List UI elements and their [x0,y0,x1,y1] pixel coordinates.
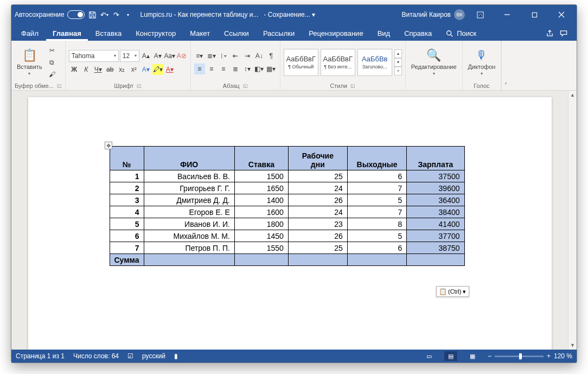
tab-file[interactable]: Файл [15,26,45,41]
cell-num[interactable]: 3 [110,194,144,206]
autosave-switch-icon[interactable] [67,10,85,19]
cell-name[interactable]: Григорьев Г. Г. [144,182,234,194]
editing-dropdown[interactable]: 🔍 Редактирование ▾ [409,47,459,77]
cell-name[interactable]: Дмитриев Д. Д. [144,194,234,206]
header-days[interactable]: Рабочиедни [288,147,347,170]
paste-options-smarttag[interactable]: 📋 (Ctrl) ▾ [436,286,469,297]
minimize-button[interactable] [495,5,519,24]
style-normal[interactable]: АаБбВвГ¶ Обычный [284,49,318,76]
outdent-icon[interactable]: ⇤ [230,50,241,61]
cell-rate[interactable]: 1550 [234,242,288,254]
clear-format-icon[interactable]: A⊘ [176,50,187,61]
cell-num[interactable]: 6 [110,230,144,242]
cell-rate[interactable]: 1400 [234,194,288,206]
cell-days[interactable]: 24 [288,206,347,218]
cell-name[interactable]: Егоров Е. Е [144,206,234,218]
paste-button[interactable]: 📋 Вставить ▾ [15,47,44,77]
autosave-toggle[interactable]: Автосохранение [15,10,85,19]
qat-customize-icon[interactable]: ▾ [124,10,132,19]
close-button[interactable] [549,5,573,24]
cell-salary[interactable]: 38400 [407,206,464,218]
header-dayoff[interactable]: Выходные [347,147,406,170]
share-icon[interactable] [546,29,554,37]
clipboard-launcher-icon[interactable]: ◱ [57,83,62,88]
font-name-combo[interactable]: Tahoma▾ [69,50,119,62]
cell-rate[interactable]: 1450 [234,230,288,242]
numbering-icon[interactable]: ≣▾ [206,50,217,61]
paragraph-launcher-icon[interactable]: ◱ [243,83,248,88]
page[interactable]: ✥ № ФИО Ставка Рабочиедни Выходные Зарпл… [28,97,552,350]
copy-icon[interactable]: ⧉ [47,57,57,68]
cell-days[interactable]: 24 [288,182,347,194]
style-heading1[interactable]: АаБбВвЗаголово... [357,49,392,76]
cell-num[interactable]: 2 [110,182,144,194]
undo-icon[interactable]: ↶▾ [100,10,108,19]
status-page[interactable]: Страница 1 из 1 [16,352,65,360]
align-center-icon[interactable]: ≡ [206,64,217,74]
subscript-button[interactable]: x₂ [117,64,127,75]
cell-rate[interactable]: 1650 [234,182,288,194]
cell-dayoff[interactable]: 7 [347,206,406,218]
view-web-layout-icon[interactable]: ▦ [466,351,479,361]
cell-num[interactable]: 4 [110,206,144,218]
search-tab[interactable]: Поиск [439,26,483,41]
save-icon[interactable] [88,10,97,19]
cell-dayoff[interactable]: 6 [347,242,406,254]
change-case-icon[interactable]: Aa▾ [164,50,175,61]
cell-rate[interactable]: 1500 [234,170,288,182]
bold-button[interactable]: Ж [69,64,80,75]
cell-days[interactable]: 23 [288,218,347,230]
strike-button[interactable]: ab [105,64,116,75]
scroll-down-icon[interactable]: ▼ [568,341,577,350]
cell-num[interactable]: 7 [110,242,144,254]
user-account[interactable]: Виталий Каиров ВК [401,9,465,20]
align-left-icon[interactable]: ≡ [194,64,205,74]
table-row[interactable]: 5Иванов И. И.180023841400 [110,218,464,230]
header-salary[interactable]: Зарплата [407,147,464,170]
cell-num[interactable]: 1 [110,170,144,182]
cut-icon[interactable]: ✂ [47,45,57,56]
cell-salary[interactable]: 37700 [407,230,464,242]
cell-rate[interactable]: 1800 [234,218,288,230]
cell-name[interactable]: Иванов И. И. [144,218,234,230]
table-row[interactable]: 1Васильев В. В.150025637500 [110,170,464,182]
dictate-button[interactable]: 🎙 Диктофон ▾ [466,47,498,77]
vertical-scrollbar[interactable]: ▲ ▼ [568,91,577,350]
status-macro-icon[interactable]: ▮ [174,352,178,360]
tab-layout[interactable]: Макет [183,26,216,41]
saving-status[interactable]: - Сохранение... ▾ [264,11,315,18]
text-effects-icon[interactable]: A▾ [140,64,151,75]
cell-rate[interactable]: 1600 [234,206,288,218]
cell-salary[interactable]: 41400 [407,218,464,230]
tab-home[interactable]: Главная [46,26,88,41]
ribbon-display-options-icon[interactable] [468,5,492,24]
data-table[interactable]: № ФИО Ставка Рабочиедни Выходные Зарплат… [110,146,465,266]
tab-review[interactable]: Рецензирование [302,26,369,41]
collapse-ribbon-icon[interactable]: ˄ [501,41,510,90]
highlight-icon[interactable]: 🖍▾ [152,64,163,75]
table-move-handle-icon[interactable]: ✥ [105,142,112,149]
cell-name[interactable]: Петров П. П. [144,242,234,254]
status-language[interactable]: русский [142,352,165,360]
table-row[interactable]: 2Григорьев Г. Г.165024739600 [110,182,464,194]
zoom-in-icon[interactable]: + [547,352,551,360]
zoom-out-icon[interactable]: − [488,352,491,360]
borders-icon[interactable]: ▦▾ [266,64,277,74]
cell-salary[interactable]: 36400 [407,194,464,206]
cell-dayoff[interactable]: 7 [347,182,406,194]
cell-days[interactable]: 26 [288,194,347,206]
show-marks-icon[interactable]: ¶ [266,50,277,61]
shrink-font-icon[interactable]: A▾ [152,50,163,61]
zoom-level[interactable]: 120 % [554,352,572,360]
grow-font-icon[interactable]: A▴ [140,50,151,61]
justify-icon[interactable]: ≣ [230,64,241,74]
cell-dayoff[interactable]: 8 [347,218,406,230]
cell-num[interactable]: 5 [110,218,144,230]
underline-button[interactable]: Ч▾ [93,64,104,75]
table-row[interactable]: 7Петров П. П.155025638750 [110,242,464,254]
zoom-control[interactable]: − + 120 % [488,352,572,360]
tab-mailings[interactable]: Рассылки [257,26,301,41]
indent-icon[interactable]: ⇥ [242,50,253,61]
table-row[interactable]: 6Михайлов М. М.145026537700 [110,230,464,242]
header-name[interactable]: ФИО [144,147,234,170]
